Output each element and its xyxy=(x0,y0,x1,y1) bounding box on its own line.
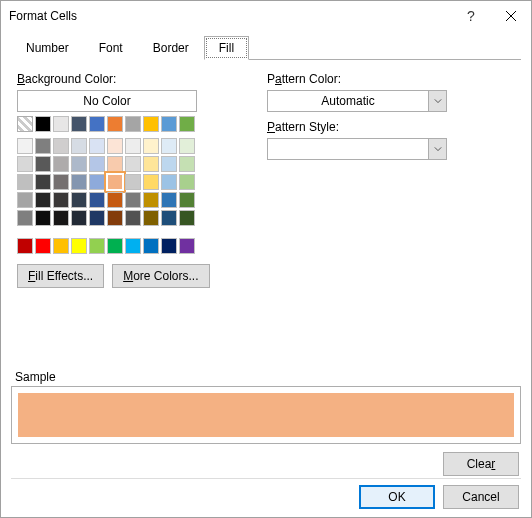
color-swatch[interactable] xyxy=(17,156,33,172)
color-swatch[interactable] xyxy=(17,116,33,132)
color-swatch[interactable] xyxy=(17,238,33,254)
color-swatch[interactable] xyxy=(53,238,69,254)
color-swatch[interactable] xyxy=(71,192,87,208)
color-swatch[interactable] xyxy=(89,156,105,172)
theme-shades-grid xyxy=(17,138,227,226)
tab-font[interactable]: Font xyxy=(84,36,138,60)
color-swatch[interactable] xyxy=(35,192,51,208)
color-swatch[interactable] xyxy=(53,210,69,226)
color-swatch[interactable] xyxy=(53,174,69,190)
color-swatch[interactable] xyxy=(143,174,159,190)
color-swatch[interactable] xyxy=(35,174,51,190)
color-swatch[interactable] xyxy=(107,156,123,172)
color-swatch[interactable] xyxy=(71,156,87,172)
color-swatch[interactable] xyxy=(71,138,87,154)
color-swatch[interactable] xyxy=(125,174,141,190)
color-swatch[interactable] xyxy=(125,116,141,132)
titlebar: Format Cells ? xyxy=(1,1,531,31)
color-swatch[interactable] xyxy=(125,156,141,172)
color-swatch[interactable] xyxy=(179,116,195,132)
theme-colors-row xyxy=(17,116,227,132)
color-swatch[interactable] xyxy=(89,192,105,208)
color-swatch[interactable] xyxy=(161,156,177,172)
close-button[interactable] xyxy=(491,1,531,31)
color-swatch[interactable] xyxy=(161,138,177,154)
pattern-section: Pattern Color: Automatic Pattern Style: xyxy=(267,72,515,358)
fill-effects-button[interactable]: Fill Effects... xyxy=(17,264,104,288)
color-swatch[interactable] xyxy=(71,116,87,132)
color-swatch[interactable] xyxy=(107,192,123,208)
color-swatch[interactable] xyxy=(53,116,69,132)
color-swatch[interactable] xyxy=(89,138,105,154)
color-swatch[interactable] xyxy=(161,238,177,254)
color-swatch[interactable] xyxy=(125,192,141,208)
color-swatch[interactable] xyxy=(89,116,105,132)
cancel-button[interactable]: Cancel xyxy=(443,485,519,509)
pattern-color-dropdown[interactable]: Automatic xyxy=(267,90,447,112)
color-swatch[interactable] xyxy=(89,238,105,254)
tab-number[interactable]: Number xyxy=(11,36,84,60)
sample-label: Sample xyxy=(15,370,521,384)
color-swatch[interactable] xyxy=(143,192,159,208)
color-swatch[interactable] xyxy=(143,156,159,172)
color-swatch[interactable] xyxy=(17,174,33,190)
chevron-down-icon xyxy=(428,139,446,159)
color-swatch[interactable] xyxy=(143,210,159,226)
color-swatch[interactable] xyxy=(71,174,87,190)
color-swatch[interactable] xyxy=(107,238,123,254)
tab-border[interactable]: Border xyxy=(138,36,204,60)
color-swatch[interactable] xyxy=(107,116,123,132)
dialog-title: Format Cells xyxy=(9,9,451,23)
color-swatch[interactable] xyxy=(71,238,87,254)
color-swatch[interactable] xyxy=(161,210,177,226)
color-swatch[interactable] xyxy=(161,192,177,208)
ok-button[interactable]: OK xyxy=(359,485,435,509)
pattern-style-label: Pattern Style: xyxy=(267,120,515,134)
color-swatch[interactable] xyxy=(107,174,123,190)
color-swatch[interactable] xyxy=(17,210,33,226)
pattern-style-dropdown[interactable] xyxy=(267,138,447,160)
color-swatch[interactable] xyxy=(35,116,51,132)
color-swatch[interactable] xyxy=(179,238,195,254)
color-swatch[interactable] xyxy=(161,116,177,132)
color-swatch[interactable] xyxy=(35,156,51,172)
color-swatch[interactable] xyxy=(53,156,69,172)
format-cells-dialog: Format Cells ? Number Font Border Fill B… xyxy=(0,0,532,518)
clear-button[interactable]: Clear xyxy=(443,452,519,476)
tab-fill[interactable]: Fill xyxy=(204,36,249,60)
clear-row: Clear xyxy=(11,444,521,478)
no-color-button[interactable]: No Color xyxy=(17,90,197,112)
color-swatch[interactable] xyxy=(107,138,123,154)
color-swatch[interactable] xyxy=(17,192,33,208)
pattern-color-label: Pattern Color: xyxy=(267,72,515,86)
color-swatch[interactable] xyxy=(71,210,87,226)
color-swatch[interactable] xyxy=(53,192,69,208)
help-button[interactable]: ? xyxy=(451,1,491,31)
color-swatch[interactable] xyxy=(179,156,195,172)
color-swatch[interactable] xyxy=(179,138,195,154)
color-swatch[interactable] xyxy=(17,138,33,154)
color-swatch[interactable] xyxy=(53,138,69,154)
more-colors-button[interactable]: More Colors... xyxy=(112,264,209,288)
footer: OK Cancel xyxy=(11,478,521,509)
color-swatch[interactable] xyxy=(179,192,195,208)
color-swatch[interactable] xyxy=(125,138,141,154)
color-swatch[interactable] xyxy=(89,174,105,190)
color-swatch[interactable] xyxy=(125,210,141,226)
dialog-body: Number Font Border Fill Background Color… xyxy=(1,31,531,517)
color-swatch[interactable] xyxy=(143,238,159,254)
color-swatch[interactable] xyxy=(107,210,123,226)
color-swatch[interactable] xyxy=(35,210,51,226)
color-swatch[interactable] xyxy=(179,210,195,226)
sample-section: Sample xyxy=(11,364,521,444)
tab-content: Background Color: No Color Fill Effects.… xyxy=(11,60,521,364)
color-swatch[interactable] xyxy=(89,210,105,226)
color-swatch[interactable] xyxy=(179,174,195,190)
color-swatch[interactable] xyxy=(143,116,159,132)
tab-strip: Number Font Border Fill xyxy=(11,35,521,60)
color-swatch[interactable] xyxy=(35,138,51,154)
color-swatch[interactable] xyxy=(125,238,141,254)
color-swatch[interactable] xyxy=(161,174,177,190)
color-swatch[interactable] xyxy=(35,238,51,254)
color-swatch[interactable] xyxy=(143,138,159,154)
